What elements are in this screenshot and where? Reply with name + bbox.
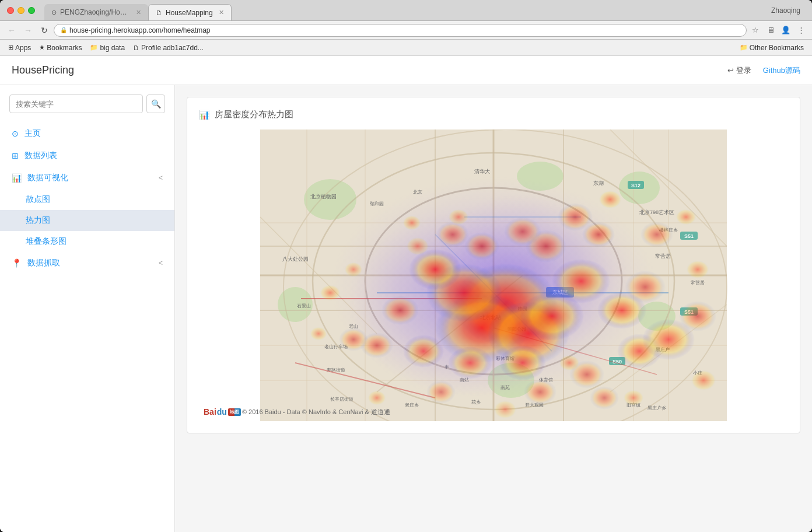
- refresh-button[interactable]: ↻: [37, 23, 51, 37]
- folder-other-icon: 📁: [740, 44, 748, 51]
- data-crawl-label: 数据抓取: [27, 258, 60, 268]
- heatmap-label: 热力图: [26, 215, 50, 226]
- svg-point-111: [691, 370, 716, 391]
- svg-point-114: [494, 400, 517, 419]
- chart-card: 📊 房屋密度分布热力图: [187, 97, 800, 433]
- app-header: HousePricing ↩ 登录 Github源码: [0, 56, 812, 85]
- search-area: 🔍: [0, 94, 174, 123]
- apps-bookmark-icon: ⊞: [8, 44, 13, 51]
- page-content: HousePricing ↩ 登录 Github源码 🔍: [0, 56, 812, 532]
- profile-button[interactable]: 👤: [779, 24, 792, 37]
- minimize-button[interactable]: [18, 7, 24, 14]
- svg-point-103: [625, 271, 666, 303]
- login-button[interactable]: ↩ 登录: [727, 65, 751, 76]
- svg-point-85: [403, 335, 444, 368]
- app-logo: HousePricing: [12, 64, 74, 76]
- bookmark-big-data[interactable]: 📁 big data: [86, 43, 128, 53]
- svg-point-100: [504, 217, 541, 246]
- github-label: Github源码: [763, 65, 800, 76]
- toolbar: ← → ↻ 🔒 house-pricing.herokuapp.com/home…: [0, 21, 812, 40]
- baidu-map-badge: 地图: [228, 408, 241, 416]
- data-viz-arrow: <: [159, 174, 163, 182]
- address-bar[interactable]: 🔒 house-pricing.herokuapp.com/home/heatm…: [54, 24, 747, 37]
- chart-title-text: 房屋密度分布热力图: [215, 109, 293, 120]
- github-tab-close[interactable]: ✕: [136, 9, 141, 16]
- data-viz-icon: 📊: [12, 173, 22, 183]
- svg-point-83: [499, 345, 546, 380]
- svg-point-107: [402, 215, 421, 230]
- sidebar-item-scatter[interactable]: 散点图: [0, 189, 174, 210]
- home-icon: ⊙: [12, 129, 19, 138]
- bookmark-apps[interactable]: ⊞ Apps: [5, 43, 34, 53]
- map-watermark: Baidu 地图 © 2016 Baidu - Data © NavInfo &…: [204, 407, 390, 416]
- github-button[interactable]: Github源码: [763, 65, 800, 76]
- sidebar: 🔍 ⊙ 主页 ⊞ 数据列表 📊 数据可视化 < 散点图: [0, 85, 175, 532]
- traffic-lights: [7, 7, 35, 14]
- svg-point-110: [686, 260, 709, 279]
- doc-bookmark-icon: 🗋: [133, 44, 139, 51]
- search-input[interactable]: [9, 94, 143, 113]
- svg-point-115: [448, 209, 469, 225]
- browser-window: ⊙ PENGZhaoqing/HousePricing ✕ 🗋 HouseMap…: [0, 0, 812, 532]
- search-button[interactable]: 🔍: [146, 94, 165, 113]
- svg-point-105: [320, 285, 341, 301]
- maximize-button[interactable]: [28, 7, 35, 14]
- back-button[interactable]: ←: [5, 23, 19, 37]
- data-list-label: 数据列表: [24, 150, 57, 161]
- sidebar-item-heatmap[interactable]: 热力图: [0, 210, 174, 231]
- data-crawl-arrow: <: [159, 259, 163, 267]
- svg-point-82: [520, 292, 584, 341]
- svg-point-91: [339, 328, 368, 351]
- baidu-logo-red: Bai: [204, 407, 216, 416]
- sidebar-item-data-crawl[interactable]: 📍 数据抓取 <: [0, 252, 174, 274]
- heatmap-overlay: [199, 130, 788, 421]
- svg-point-117: [344, 262, 363, 277]
- sidebar-item-data-viz[interactable]: 📊 数据可视化 <: [0, 167, 174, 189]
- bookmark-other[interactable]: 📁 Other Bookmarks: [736, 43, 807, 53]
- sidebar-item-stacked[interactable]: 堆叠条形图: [0, 231, 174, 252]
- big-data-label: big data: [100, 44, 125, 52]
- data-list-icon: ⊞: [12, 151, 19, 160]
- bookmark-profile[interactable]: 🗋 Profile adb1ac7dd...: [130, 43, 207, 53]
- app-tab-icon: 🗋: [156, 9, 162, 16]
- user-area: Zhaoqing: [771, 6, 805, 15]
- svg-point-96: [679, 301, 716, 331]
- data-viz-label: 数据可视化: [27, 173, 68, 183]
- bookmark-bookmarks[interactable]: ★ Bookmarks: [36, 43, 85, 53]
- apps-bookmark-label: Apps: [15, 44, 31, 52]
- scatter-label: 散点图: [26, 194, 50, 205]
- svg-point-104: [640, 222, 673, 247]
- sidebar-item-data-list[interactable]: ⊞ 数据列表: [0, 145, 174, 167]
- stacked-label: 堆叠条形图: [26, 236, 66, 247]
- bookmarks-bar: ⊞ Apps ★ Bookmarks 📁 big data 🗋 Profile …: [0, 40, 812, 56]
- other-bookmarks-label: Other Bookmarks: [750, 44, 804, 52]
- menu-button[interactable]: ⋮: [794, 24, 807, 37]
- app-tab-close[interactable]: ✕: [219, 9, 224, 16]
- svg-point-108: [598, 190, 622, 209]
- lock-icon: 🔒: [60, 27, 67, 33]
- sidebar-item-home[interactable]: ⊙ 主页: [0, 123, 174, 145]
- svg-point-92: [426, 380, 456, 404]
- data-crawl-icon: 📍: [12, 258, 22, 268]
- star-button[interactable]: ☆: [749, 24, 762, 37]
- baidu-logo-blue: du: [217, 407, 227, 416]
- svg-point-116: [406, 237, 429, 256]
- main-content: 📊 房屋密度分布热力图: [175, 85, 812, 532]
- app-tab-label: HouseMapping: [166, 9, 213, 17]
- svg-point-102: [436, 222, 469, 247]
- svg-point-101: [464, 232, 499, 260]
- heatmap-container[interactable]: S12 S51 S50 S51 东城区: [199, 130, 788, 421]
- github-tab-label: PENGZhaoqing/HousePricing: [60, 8, 130, 16]
- tabs-bar: ⊙ PENGZhaoqing/HousePricing ✕ 🗋 HouseMap…: [44, 0, 766, 20]
- login-label: 登录: [736, 65, 751, 76]
- forward-button[interactable]: →: [21, 23, 35, 37]
- toolbar-icons: ☆ 🖥 👤 ⋮: [749, 24, 807, 37]
- svg-point-112: [623, 390, 644, 406]
- tab-app[interactable]: 🗋 HouseMapping ✕: [148, 4, 232, 20]
- svg-point-118: [559, 355, 580, 371]
- close-button[interactable]: [7, 7, 14, 14]
- main-layout: 🔍 ⊙ 主页 ⊞ 数据列表 📊 数据可视化 < 散点图: [0, 85, 812, 532]
- username: Zhaoqing: [771, 6, 800, 15]
- cast-button[interactable]: 🖥: [764, 24, 777, 37]
- tab-github[interactable]: ⊙ PENGZhaoqing/HousePricing ✕: [44, 4, 148, 20]
